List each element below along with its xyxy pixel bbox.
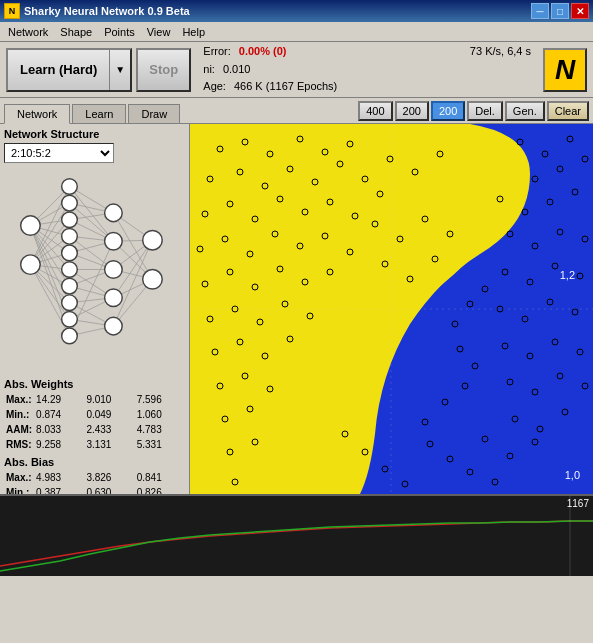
close-button[interactable]: ✕ bbox=[571, 3, 589, 19]
titlebar: N Sharky Neural Network 0.9 Beta ─ □ ✕ bbox=[0, 0, 593, 22]
stats-row-2: ni: 0.010 bbox=[203, 61, 531, 79]
svg-point-65 bbox=[105, 289, 123, 307]
stats-panel: Error: 0.00% (0) 73 K/s, 6,4 s ni: 0.010… bbox=[195, 48, 539, 92]
network-structure-label: Network Structure bbox=[4, 128, 185, 140]
weight-rms-1: 9.258 bbox=[34, 437, 84, 452]
svg-point-53 bbox=[62, 195, 78, 211]
svg-point-60 bbox=[62, 311, 78, 327]
weight-max-3: 7.596 bbox=[135, 392, 185, 407]
epoch-label: 1167 bbox=[567, 498, 589, 509]
weight-min-1: 0.874 bbox=[34, 407, 84, 422]
weight-min-label: Min.: bbox=[4, 407, 34, 422]
weight-min-2: 0.049 bbox=[84, 407, 134, 422]
svg-point-63 bbox=[105, 232, 123, 250]
app-icon: N bbox=[4, 3, 20, 19]
tab-network[interactable]: Network bbox=[4, 104, 70, 124]
bias-max-label: Max.: bbox=[4, 470, 34, 485]
svg-point-51 bbox=[21, 255, 41, 275]
y-axis-label: 1,0 bbox=[565, 469, 580, 481]
learn-label: Learn (Hard) bbox=[8, 50, 110, 90]
weight-rms-label: RMS: bbox=[4, 437, 34, 452]
error-value: 0.00% (0) bbox=[239, 43, 287, 61]
error-label: Error: bbox=[203, 43, 231, 61]
speed-value: 73 K/s, 6,4 s bbox=[470, 43, 531, 61]
left-panel: Network Structure 2:10:5:2 bbox=[0, 124, 190, 494]
minimize-button[interactable]: ─ bbox=[531, 3, 549, 19]
svg-rect-186 bbox=[0, 496, 593, 576]
ctrl-del-button[interactable]: Del. bbox=[467, 101, 503, 121]
main-area: Network Structure 2:10:5:2 bbox=[0, 124, 593, 494]
menu-network[interactable]: Network bbox=[2, 24, 54, 40]
tab-learn[interactable]: Learn bbox=[72, 104, 126, 123]
svg-point-52 bbox=[62, 179, 78, 195]
table-row: RMS: 9.258 3.131 5.331 bbox=[4, 437, 185, 452]
weight-max-1: 14.29 bbox=[34, 392, 84, 407]
stats-row-1: Error: 0.00% (0) 73 K/s, 6,4 s bbox=[203, 43, 531, 61]
svg-point-58 bbox=[62, 278, 78, 294]
svg-point-50 bbox=[21, 216, 41, 236]
tabbar: Network Learn Draw 400 200 200 Del. Gen.… bbox=[0, 98, 593, 124]
menu-points[interactable]: Points bbox=[98, 24, 141, 40]
bias-max-3: 0.841 bbox=[135, 470, 185, 485]
ctrl-200-active-button[interactable]: 200 bbox=[431, 101, 465, 121]
chart-svg bbox=[0, 496, 593, 576]
stats-row-3: Age: 466 K (1167 Epochs) bbox=[203, 78, 531, 96]
learn-button[interactable]: Learn (Hard) ▼ bbox=[6, 48, 132, 92]
ctrl-400-button[interactable]: 400 bbox=[358, 101, 392, 121]
table-row: Max.: 4.983 3.826 0.841 bbox=[4, 470, 185, 485]
svg-point-64 bbox=[105, 261, 123, 279]
weight-max-label: Max.: bbox=[4, 392, 34, 407]
maximize-button[interactable]: □ bbox=[551, 3, 569, 19]
x-axis-label: 1,2 bbox=[560, 269, 575, 281]
svg-point-55 bbox=[62, 229, 78, 245]
ni-value: 0.010 bbox=[223, 61, 251, 79]
ctrl-gen-button[interactable]: Gen. bbox=[505, 101, 545, 121]
weight-aam-label: AAM: bbox=[4, 422, 34, 437]
tab-draw[interactable]: Draw bbox=[128, 104, 180, 123]
ctrl-200-button[interactable]: 200 bbox=[395, 101, 429, 121]
bias-max-1: 4.983 bbox=[34, 470, 84, 485]
table-row: Max.: 14.29 9.010 7.596 bbox=[4, 392, 185, 407]
toolbar: Learn (Hard) ▼ Stop Error: 0.00% (0) 73 … bbox=[0, 42, 593, 98]
weight-aam-2: 2.433 bbox=[84, 422, 134, 437]
age-value: 466 K (1167 Epochs) bbox=[234, 78, 337, 96]
table-row: Min.: 0.874 0.049 1.060 bbox=[4, 407, 185, 422]
abs-weights-label: Abs. Weights bbox=[4, 378, 185, 390]
n-logo: N bbox=[543, 48, 587, 92]
menu-help[interactable]: Help bbox=[176, 24, 211, 40]
abs-bias-label: Abs. Bias bbox=[4, 456, 185, 468]
svg-point-66 bbox=[105, 317, 123, 335]
bias-max-2: 3.826 bbox=[84, 470, 134, 485]
weight-aam-3: 4.783 bbox=[135, 422, 185, 437]
svg-point-59 bbox=[62, 295, 78, 311]
ctrl-clear-button[interactable]: Clear bbox=[547, 101, 589, 121]
stop-button[interactable]: Stop bbox=[136, 48, 191, 92]
table-row: AAM: 8.033 2.433 4.783 bbox=[4, 422, 185, 437]
age-label: Age: bbox=[203, 78, 226, 96]
menu-shape[interactable]: Shape bbox=[54, 24, 98, 40]
menu-view[interactable]: View bbox=[141, 24, 177, 40]
svg-point-56 bbox=[62, 245, 78, 261]
weights-table: Max.: 14.29 9.010 7.596 Min.: 0.874 0.04… bbox=[4, 392, 185, 452]
weight-rms-3: 5.331 bbox=[135, 437, 185, 452]
weight-min-3: 1.060 bbox=[135, 407, 185, 422]
svg-point-68 bbox=[143, 270, 163, 290]
titlebar-left: N Sharky Neural Network 0.9 Beta bbox=[4, 3, 190, 19]
viz-svg: 1,0 1,2 bbox=[190, 124, 593, 494]
abs-weights-section: Abs. Weights Max.: 14.29 9.010 7.596 Min… bbox=[4, 378, 185, 452]
bottom-chart: 1167 bbox=[0, 494, 593, 574]
structure-select[interactable]: 2:10:5:2 bbox=[4, 143, 114, 163]
weight-max-2: 9.010 bbox=[84, 392, 134, 407]
svg-point-57 bbox=[62, 262, 78, 278]
network-diagram bbox=[4, 167, 174, 372]
svg-point-62 bbox=[105, 204, 123, 222]
visualization-area[interactable]: 1,0 1,2 bbox=[190, 124, 593, 494]
titlebar-buttons[interactable]: ─ □ ✕ bbox=[531, 3, 589, 19]
svg-point-61 bbox=[62, 328, 78, 344]
weight-aam-1: 8.033 bbox=[34, 422, 84, 437]
svg-point-67 bbox=[143, 230, 163, 250]
weight-rms-2: 3.131 bbox=[84, 437, 134, 452]
svg-point-54 bbox=[62, 212, 78, 228]
ni-label: ni: bbox=[203, 61, 215, 79]
learn-dropdown-arrow[interactable]: ▼ bbox=[110, 50, 130, 90]
